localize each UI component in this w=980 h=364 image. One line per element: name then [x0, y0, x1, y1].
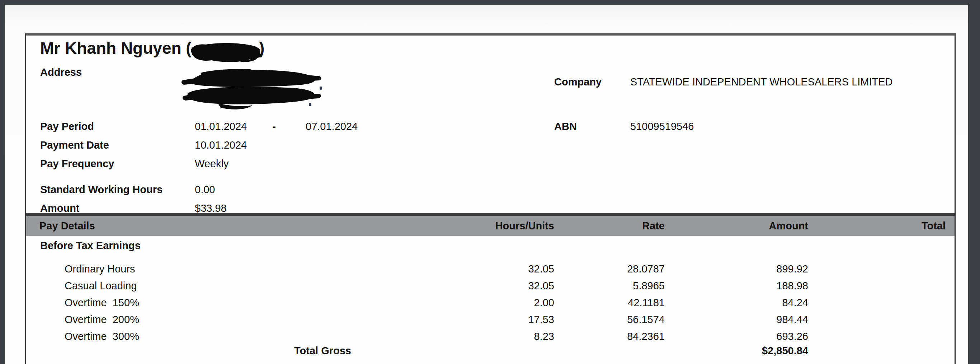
- screenshot-root: { "document": { "title_prefix": "Mr Khan…: [0, 0, 980, 364]
- pay-period-end: 07.01.2024: [305, 120, 358, 133]
- total-gross-amount: $2,850.84: [643, 344, 808, 357]
- pay-frequency-label: Pay Frequency: [40, 157, 114, 170]
- header-rate: Rate: [514, 216, 665, 236]
- address-redaction-scribble: [179, 66, 323, 112]
- row-rate: 56.1574: [514, 313, 665, 326]
- redacted-text-fragment: [309, 103, 311, 106]
- row-amount: 984.44: [643, 313, 808, 326]
- standard-working-hours-value: 0.00: [195, 183, 215, 196]
- abn-label: ABN: [554, 120, 577, 133]
- payment-date-label: Payment Date: [40, 139, 109, 152]
- header-amount: Amount: [643, 216, 808, 236]
- payslip-document: Mr Khanh Nguyen ( ) Address Compan: [25, 33, 956, 364]
- pay-period-separator: -: [269, 120, 280, 133]
- row-amount: 84.24: [643, 296, 808, 309]
- row-amount: 899.92: [643, 262, 808, 275]
- section-before-tax-earnings: Before Tax Earnings: [40, 239, 141, 252]
- employee-name-title: Mr Khanh Nguyen (: [40, 38, 192, 58]
- header-total: Total: [831, 216, 945, 236]
- company-label: Company: [554, 75, 601, 88]
- pay-period-label: Pay Period: [40, 120, 94, 133]
- row-amount: 693.26: [643, 330, 808, 343]
- row-label: Overtime 300%: [65, 330, 139, 343]
- header-pay-details: Pay Details: [40, 216, 95, 236]
- standard-working-hours-label: Standard Working Hours: [40, 183, 162, 196]
- row-label: Casual Loading: [65, 279, 137, 292]
- name-redaction-scribble: [187, 42, 263, 65]
- row-label: Overtime 150%: [65, 296, 139, 309]
- payment-date-value: 10.01.2024: [195, 139, 247, 152]
- abn-value: 51009519546: [630, 120, 694, 133]
- pay-period-start: 01.01.2024: [195, 120, 247, 133]
- row-amount: 188.98: [643, 279, 808, 292]
- row-rate: 28.0787: [514, 262, 665, 275]
- total-gross-label: Total Gross: [294, 344, 351, 357]
- row-label: Ordinary Hours: [65, 262, 135, 275]
- row-rate: 5.8965: [514, 279, 665, 292]
- pay-details-header-bar: Pay Details Hours/Units Rate Amount Tota…: [26, 213, 955, 236]
- redacted-text-fragment: [320, 86, 322, 90]
- row-rate: 84.2361: [514, 330, 665, 343]
- pay-frequency-value: Weekly: [195, 157, 229, 170]
- company-value: STATEWIDE INDEPENDENT WHOLESALERS LIMITE…: [630, 75, 893, 88]
- address-label: Address: [40, 66, 82, 78]
- document-page: Mr Khanh Nguyen ( ) Address Compan: [5, 5, 968, 364]
- row-rate: 42.1181: [514, 296, 665, 309]
- row-label: Overtime 200%: [65, 313, 139, 326]
